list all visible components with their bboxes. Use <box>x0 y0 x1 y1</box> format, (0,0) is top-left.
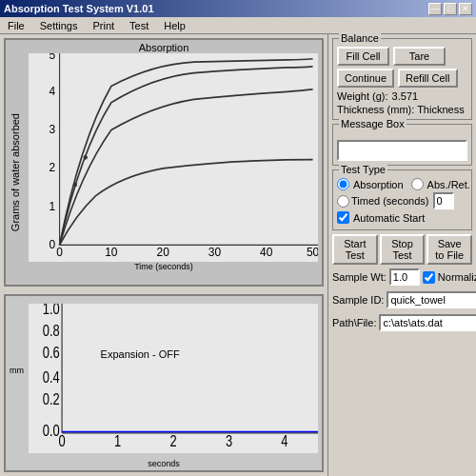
autostart-row: Automatic Start <box>337 211 467 224</box>
weight-label: Weight (g): <box>337 90 388 102</box>
test-type-group: Test Type Absorption Abs./Ret. Timed (se… <box>332 169 472 230</box>
autostart-label: Automatic Start <box>353 212 425 224</box>
normalize-label: Normalize <box>438 271 476 283</box>
svg-point-14 <box>73 183 77 188</box>
absorption-radio-row: Absorption Abs./Ret. <box>337 178 467 190</box>
sample-id-label: Sample ID: <box>332 294 384 306</box>
svg-text:1.0: 1.0 <box>43 304 60 318</box>
menu-file[interactable]: File <box>4 19 29 32</box>
balance-btn-row2: Continue Refill Cell <box>337 69 467 88</box>
thickness-label: Thickness (mm): Thickness <box>337 104 465 115</box>
main-chart-y-label: Grams of water absorbed <box>10 113 21 231</box>
svg-text:5: 5 <box>50 53 56 62</box>
start-test-button[interactable]: Start Test <box>332 234 378 265</box>
svg-text:0.0: 0.0 <box>43 422 60 439</box>
test-type-title: Test Type <box>339 164 387 175</box>
menu-help[interactable]: Help <box>160 19 189 32</box>
svg-text:4: 4 <box>50 84 56 97</box>
balance-btn-row1: Fill Cell Tare <box>337 47 467 66</box>
stop-test-button[interactable]: Stop Test <box>380 234 426 265</box>
sample-wt-row: Sample Wt: Normalize <box>332 268 472 286</box>
path-file-input[interactable] <box>379 314 476 331</box>
menu-bar: File Settings Print Test Help <box>0 17 476 34</box>
svg-text:1: 1 <box>50 199 56 212</box>
menu-test[interactable]: Test <box>126 19 152 32</box>
sample-id-row: Sample ID: <box>332 291 472 308</box>
main-chart-title: Absorption <box>6 42 322 53</box>
normalize-checkbox[interactable] <box>423 271 435 284</box>
main-content: Absorption 0 1 2 3 4 5 0 10 20 <box>0 34 476 476</box>
sample-wt-input[interactable] <box>389 268 420 286</box>
menu-settings[interactable]: Settings <box>36 19 82 32</box>
absret-label: Abs./Ret. <box>427 179 470 190</box>
balance-group: Balance Fill Cell Tare Continue Refill C… <box>332 38 472 120</box>
bottom-chart-canvas: 1.0 0.8 0.6 0.4 0.2 0.0 0 1 2 3 4 <box>29 304 318 453</box>
minimize-button[interactable]: — <box>428 3 442 15</box>
svg-text:0.6: 0.6 <box>43 345 60 362</box>
bottom-chart-x-label: seconds <box>6 459 322 468</box>
timed-input[interactable] <box>433 192 454 209</box>
path-file-row: Path\File: <box>332 314 472 331</box>
svg-text:20: 20 <box>157 246 169 259</box>
svg-text:10: 10 <box>105 246 117 259</box>
thickness-row: Thickness (mm): Thickness <box>337 104 467 115</box>
refill-cell-button[interactable]: Refill Cell <box>398 69 457 88</box>
svg-text:3: 3 <box>50 123 56 136</box>
svg-text:3: 3 <box>226 433 232 450</box>
title-bar: Absorption Test System V1.01 — □ ✕ <box>0 0 476 17</box>
message-box-group: Message Box <box>332 124 472 166</box>
bottom-chart-area: 1.0 0.8 0.6 0.4 0.2 0.0 0 1 2 3 4 mm Ex <box>4 294 324 472</box>
svg-text:0.2: 0.2 <box>43 390 60 407</box>
bottom-chart-y-label: mm <box>10 366 24 375</box>
svg-point-15 <box>84 155 88 160</box>
svg-text:30: 30 <box>208 246 221 259</box>
message-box-title: Message Box <box>339 118 407 129</box>
svg-text:0.8: 0.8 <box>43 323 60 340</box>
svg-text:1: 1 <box>114 433 121 450</box>
close-button[interactable]: ✕ <box>459 3 472 15</box>
timed-row: Timed (seconds) <box>337 192 467 209</box>
timed-label: Timed (seconds) <box>351 195 429 207</box>
svg-text:0: 0 <box>50 238 56 251</box>
expansion-label: Expansion - OFF <box>101 348 180 360</box>
action-buttons: Start Test Stop Test Save to File <box>332 234 472 265</box>
svg-text:4: 4 <box>281 433 288 450</box>
svg-text:50: 50 <box>307 246 318 259</box>
message-box-inner[interactable] <box>337 140 467 161</box>
main-chart-canvas: 0 1 2 3 4 5 0 10 20 30 40 50 <box>29 53 318 262</box>
right-panel: Balance Fill Cell Tare Continue Refill C… <box>328 34 476 476</box>
absorption-radio[interactable] <box>337 178 349 190</box>
tare-button[interactable]: Tare <box>393 47 446 66</box>
menu-print[interactable]: Print <box>89 19 118 32</box>
timed-radio[interactable] <box>337 195 349 208</box>
svg-text:0.4: 0.4 <box>43 368 60 386</box>
autostart-checkbox[interactable] <box>337 211 349 224</box>
app-title: Absorption Test System V1.01 <box>4 3 154 14</box>
save-to-file-button[interactable]: Save to File <box>426 234 472 265</box>
weight-value: 3.571 <box>392 90 419 102</box>
fill-cell-button[interactable]: Fill Cell <box>337 47 389 66</box>
svg-text:2: 2 <box>50 161 56 174</box>
balance-group-title: Balance <box>339 32 381 44</box>
svg-text:0: 0 <box>58 433 65 450</box>
weight-row: Weight (g): 3.571 <box>337 90 467 102</box>
absret-radio[interactable] <box>411 178 424 190</box>
svg-text:0: 0 <box>56 246 63 259</box>
main-chart-area: Absorption 0 1 2 3 4 5 0 10 20 <box>4 38 324 287</box>
continue-button[interactable]: Continue <box>337 69 394 88</box>
maximize-button[interactable]: □ <box>444 3 457 15</box>
absorption-label: Absorption <box>353 179 404 190</box>
svg-text:2: 2 <box>169 433 176 450</box>
path-file-label: Path\File: <box>332 317 376 328</box>
sample-wt-label: Sample Wt: <box>332 271 387 283</box>
main-chart-x-label: Time (seconds) <box>6 262 322 271</box>
sample-id-input[interactable] <box>387 291 476 308</box>
window-controls: — □ ✕ <box>428 3 472 15</box>
svg-text:40: 40 <box>260 246 272 259</box>
left-panel: Absorption 0 1 2 3 4 5 0 10 20 <box>0 34 328 476</box>
